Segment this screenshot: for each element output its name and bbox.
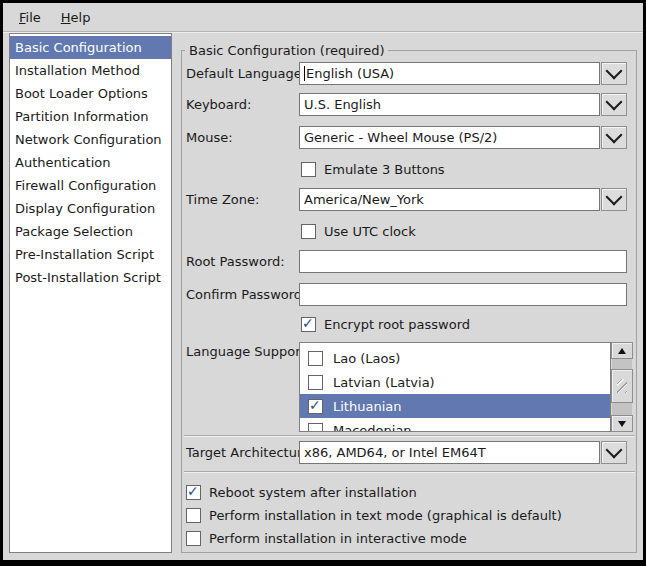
encrypt-root-password-checkbox-row[interactable]: Encrypt root password [301,316,470,332]
root-password-field[interactable] [299,250,627,273]
text-caret [304,66,305,81]
use-utc-checkbox-row[interactable]: Use UTC clock [301,223,416,239]
language-item-latvian[interactable]: Latvian (Latvia) [300,370,610,394]
chevron-down-icon [606,188,623,205]
sidebar-item-partition-information[interactable]: Partition Information [10,105,171,128]
language-support-list: Lao (Laos) Latvian (Latvia) Lithuanian M… [299,342,611,432]
separator [184,435,635,437]
sidebar-item-display-configuration[interactable]: Display Configuration [10,197,171,220]
chevron-down-icon [606,62,623,79]
emulate-3-buttons-checkbox[interactable] [301,162,316,177]
keyboard-entry[interactable]: U.S. English [299,93,600,116]
menu-file[interactable]: File [9,5,51,30]
sidebar-item-installation-method[interactable]: Installation Method [10,59,171,82]
language-item-macedonian[interactable]: Macedonian [300,418,610,432]
mouse-entry[interactable]: Generic - Wheel Mouse (PS/2) [299,126,600,149]
scroll-down-button[interactable] [611,415,633,432]
language-lao-label: Lao (Laos) [333,351,400,366]
use-utc-label: Use UTC clock [324,224,416,239]
interactive-mode-checkbox-row[interactable]: Perform installation in interactive mode [186,530,467,546]
language-lao-checkbox[interactable] [308,351,323,366]
interactive-mode-checkbox[interactable] [186,531,201,546]
mouse-value: Generic - Wheel Mouse (PS/2) [304,130,497,145]
keyboard-label: Keyboard: [186,97,252,112]
reboot-after-install-checkbox-row[interactable]: Reboot system after installation [186,484,417,500]
sidebar-item-network-configuration[interactable]: Network Configuration [10,128,171,151]
interactive-mode-label: Perform installation in interactive mode [209,531,467,546]
chevron-down-icon [606,441,623,458]
language-latvian-label: Latvian (Latvia) [333,375,435,390]
menu-help[interactable]: Help [51,5,101,30]
sidebar-item-boot-loader-options[interactable]: Boot Loader Options [10,82,171,105]
language-support-label: Language Support: [186,344,310,359]
default-language-dropdown-button[interactable] [601,62,627,85]
use-utc-checkbox[interactable] [301,224,316,239]
arrow-up-icon [618,348,626,354]
mouse-label: Mouse: [186,130,233,145]
chevron-down-icon [606,126,623,143]
time-zone-combo: America/New_York [299,188,627,211]
language-item-lao[interactable]: Lao (Laos) [300,346,610,370]
reboot-after-install-label: Reboot system after installation [209,485,417,500]
emulate-3-buttons-label: Emulate 3 Buttons [324,162,445,177]
language-lithuanian-checkbox[interactable] [308,399,323,414]
kickstart-configurator-window: File Help Basic Configuration Installati… [3,3,643,560]
scroll-up-button[interactable] [611,342,633,359]
keyboard-combo: U.S. English [299,93,627,116]
confirm-password-field[interactable] [299,283,627,306]
language-macedonian-checkbox[interactable] [308,423,323,433]
mouse-dropdown-button[interactable] [601,126,627,149]
chevron-down-icon [606,93,623,110]
language-macedonian-label: Macedonian [333,423,412,433]
time-zone-dropdown-button[interactable] [601,188,627,211]
time-zone-entry[interactable]: America/New_York [299,188,600,211]
default-language-combo: English (USA) [299,62,627,85]
default-language-entry[interactable]: English (USA) [299,62,600,85]
separator [184,471,635,473]
time-zone-label: Time Zone: [186,192,259,207]
encrypt-root-password-checkbox[interactable] [301,317,316,332]
reboot-after-install-checkbox[interactable] [186,485,201,500]
target-architecture-dropdown-button[interactable] [601,441,627,464]
sidebar-item-firewall-configuration[interactable]: Firewall Configuration [10,174,171,197]
sidebar-item-post-installation-script[interactable]: Post-Installation Script [10,266,171,289]
target-architecture-entry[interactable]: x86, AMD64, or Intel EM64T [299,441,600,464]
emulate-3-buttons-checkbox-row[interactable]: Emulate 3 Buttons [301,161,445,177]
target-architecture-value: x86, AMD64, or Intel EM64T [304,445,486,460]
time-zone-value: America/New_York [304,192,424,207]
text-mode-checkbox-row[interactable]: Perform installation in text mode (graph… [186,507,562,523]
menubar: File Help [3,3,643,32]
target-architecture-label: Target Architecture: [186,445,314,460]
sidebar-item-pre-installation-script[interactable]: Pre-Installation Script [10,243,171,266]
keyboard-value: U.S. English [304,97,381,112]
language-list-scrollbar [611,342,633,432]
keyboard-dropdown-button[interactable] [601,93,627,116]
confirm-password-label: Confirm Password: [186,287,306,302]
sidebar-item-basic-configuration[interactable]: Basic Configuration [10,36,171,59]
scrollbar-thumb[interactable] [611,369,633,403]
default-language-label: Default Language: [186,66,306,81]
root-password-label: Root Password: [186,254,285,269]
language-item-lithuanian[interactable]: Lithuanian [300,394,610,418]
encrypt-root-password-label: Encrypt root password [324,317,470,332]
text-mode-checkbox[interactable] [186,508,201,523]
category-list: Basic Configuration Installation Method … [9,33,172,553]
sidebar-item-package-selection[interactable]: Package Selection [10,220,171,243]
mouse-combo: Generic - Wheel Mouse (PS/2) [299,126,627,149]
frame-title: Basic Configuration (required) [185,43,388,58]
target-architecture-combo: x86, AMD64, or Intel EM64T [299,441,627,464]
sidebar-item-authentication[interactable]: Authentication [10,151,171,174]
language-lithuanian-label: Lithuanian [333,399,401,414]
text-mode-label: Perform installation in text mode (graph… [209,508,562,523]
default-language-value: English (USA) [306,66,394,81]
arrow-down-icon [618,421,626,427]
language-latvian-checkbox[interactable] [308,375,323,390]
